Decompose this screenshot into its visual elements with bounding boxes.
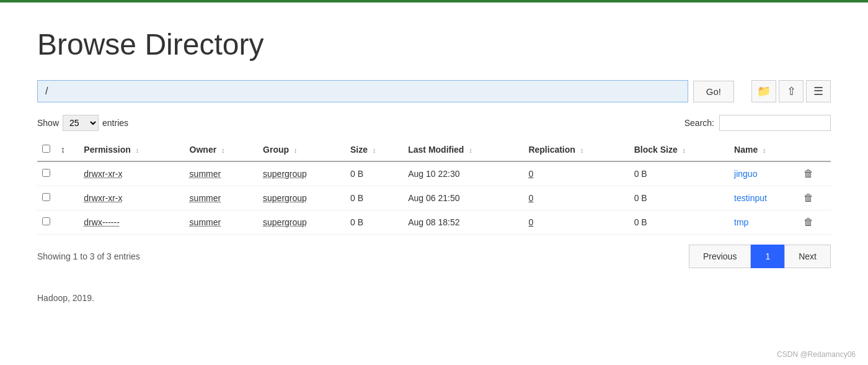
owner-link[interactable]: summer (190, 169, 221, 179)
row-permission[interactable]: drwxr-xr-x (79, 186, 184, 210)
upload-icon: ⇧ (787, 84, 796, 98)
search-label: Search: (684, 118, 714, 128)
row-name: jinguo (729, 161, 799, 186)
group-sort-icon: ↕ (294, 146, 298, 154)
row-blocksize: 0 B (629, 210, 729, 235)
row-group: supergroup (258, 210, 345, 235)
folder-icon: 📁 (757, 84, 771, 98)
directory-table: ↕ Permission ↕ Owner ↕ Group ↕ Size ↕ (37, 138, 831, 235)
row-index-cell (56, 210, 79, 235)
row-lastmod: Aug 08 18:52 (403, 210, 523, 235)
search-box: Search: (684, 115, 831, 131)
upload-button[interactable]: ⇧ (779, 80, 804, 102)
delete-icon[interactable]: 🗑 (804, 192, 813, 203)
list-icon: ☰ (813, 84, 823, 98)
permission-label: Permission (84, 145, 130, 155)
go-button[interactable]: Go! (693, 81, 734, 102)
permission-link[interactable]: drwxr-xr-x (84, 169, 122, 179)
search-input[interactable] (719, 115, 831, 131)
path-bar: Go! 📁 ⇧ ☰ (37, 80, 831, 102)
row-blocksize: 0 B (629, 186, 729, 210)
table-row: drwxr-xr-x summer supergroup 0 B Aug 06 … (37, 186, 831, 210)
row-checkbox-0[interactable] (42, 169, 50, 177)
group-link[interactable]: supergroup (263, 217, 307, 227)
size-label: Size (350, 145, 368, 155)
row-size: 0 B (345, 210, 403, 235)
row-replication: 0 (523, 186, 629, 210)
col-replication-header[interactable]: Replication ↕ (523, 138, 629, 161)
col-group-header[interactable]: Group ↕ (258, 138, 345, 161)
path-input[interactable] (37, 80, 688, 102)
row-delete: 🗑 (799, 210, 831, 235)
permission-link[interactable]: drwxr-xr-x (84, 193, 122, 203)
page-1-button[interactable]: 1 (751, 245, 784, 268)
row-delete: 🗑 (799, 186, 831, 210)
select-all-checkbox[interactable] (42, 145, 50, 153)
group-label: Group (263, 145, 289, 155)
col-name-header[interactable]: Name ↕ (729, 138, 799, 161)
row-checkbox-1[interactable] (42, 193, 50, 201)
row-group: supergroup (258, 186, 345, 210)
replication-link[interactable]: 0 (528, 169, 533, 179)
replication-link[interactable]: 0 (528, 217, 533, 227)
replication-link[interactable]: 0 (528, 193, 533, 203)
row-delete: 🗑 (799, 161, 831, 186)
group-link[interactable]: supergroup (263, 169, 307, 179)
pagination: Showing 1 to 3 of 3 entries Previous 1 N… (37, 245, 831, 268)
entries-label: entries (102, 118, 128, 128)
select-all-header (37, 138, 56, 161)
row-checkbox-2[interactable] (42, 217, 50, 225)
name-link[interactable]: testinput (734, 193, 767, 203)
row-replication: 0 (523, 161, 629, 186)
owner-sort-icon: ↕ (221, 146, 225, 154)
row-checkbox-cell (37, 186, 56, 210)
name-sort-icon: ↕ (763, 146, 766, 154)
footer-text: Hadoop, 2019. (37, 293, 94, 303)
page-title: Browse Directory (37, 27, 831, 61)
list-button[interactable]: ☰ (806, 80, 831, 102)
pagination-buttons: Previous 1 Next (689, 245, 831, 268)
showing-text: Showing 1 to 3 of 3 entries (37, 251, 140, 261)
name-link[interactable]: tmp (734, 217, 748, 227)
blocksize-label: Block Size (634, 145, 678, 155)
row-index-cell (56, 186, 79, 210)
permission-link[interactable]: drwx------ (84, 217, 120, 227)
previous-button[interactable]: Previous (689, 245, 751, 268)
name-link[interactable]: jinguo (734, 169, 757, 179)
col-header-sort[interactable]: ↕ (56, 138, 79, 161)
row-blocksize: 0 B (629, 161, 729, 186)
sort-icon: ↕ (61, 145, 65, 155)
delete-icon[interactable]: 🗑 (804, 168, 813, 179)
col-lastmod-header[interactable]: Last Modified ↕ (403, 138, 523, 161)
row-owner: summer (185, 186, 258, 210)
group-link[interactable]: supergroup (263, 193, 307, 203)
row-group: supergroup (258, 161, 345, 186)
col-blocksize-header[interactable]: Block Size ↕ (629, 138, 729, 161)
folder-browse-button[interactable]: 📁 (751, 80, 776, 102)
icon-buttons: 📁 ⇧ ☰ (751, 80, 831, 102)
row-name: tmp (729, 210, 799, 235)
col-permission-header[interactable]: Permission ↕ (79, 138, 184, 161)
table-controls: Show 10 25 50 100 entries Search: (37, 115, 831, 131)
next-button[interactable]: Next (784, 245, 831, 268)
delete-icon[interactable]: 🗑 (804, 217, 813, 227)
col-actions-header (799, 138, 831, 161)
row-permission[interactable]: drwx------ (79, 210, 184, 235)
size-sort-icon: ↕ (373, 146, 376, 154)
col-owner-header[interactable]: Owner ↕ (185, 138, 258, 161)
row-name: testinput (729, 186, 799, 210)
row-size: 0 B (345, 161, 403, 186)
show-label: Show (37, 118, 59, 128)
owner-link[interactable]: summer (190, 217, 221, 227)
row-owner: summer (185, 161, 258, 186)
owner-link[interactable]: summer (190, 193, 221, 203)
lastmod-label: Last Modified (408, 145, 464, 155)
row-index-cell (56, 161, 79, 186)
footer: Hadoop, 2019. (37, 293, 831, 303)
row-size: 0 B (345, 186, 403, 210)
row-permission[interactable]: drwxr-xr-x (79, 161, 184, 186)
row-checkbox-cell (37, 161, 56, 186)
col-size-header[interactable]: Size ↕ (345, 138, 403, 161)
replication-sort-icon: ↕ (580, 146, 584, 154)
entries-select[interactable]: 10 25 50 100 (63, 115, 99, 131)
